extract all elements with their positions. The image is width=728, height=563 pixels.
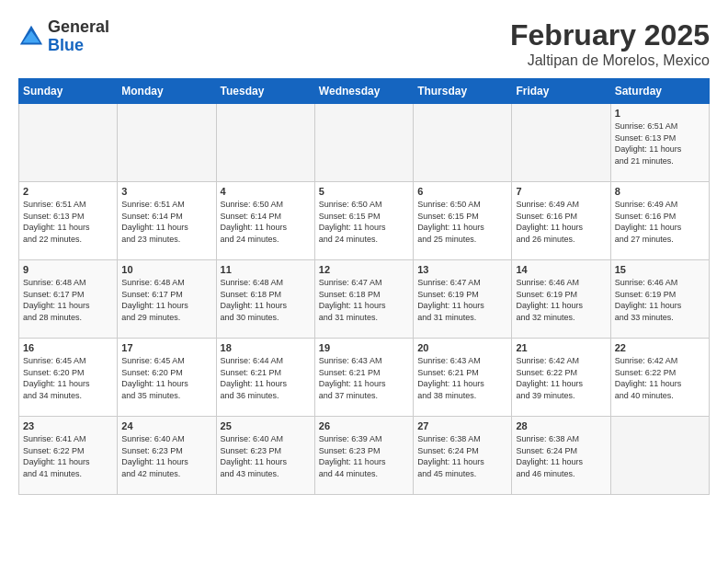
location-subtitle: Jaltipan de Morelos, Mexico [510,52,710,69]
day-number: 13 [417,264,507,275]
table-row: 2Sunrise: 6:51 AM Sunset: 6:13 PM Daylig… [19,182,118,260]
day-info: Sunrise: 6:47 AM Sunset: 6:18 PM Dayligh… [319,277,409,323]
table-row: 18Sunrise: 6:44 AM Sunset: 6:21 PM Dayli… [216,339,314,417]
day-number: 19 [319,342,409,353]
day-number: 11 [221,264,311,275]
logo-icon [18,24,44,50]
page-header: General Blue February 2025 Jaltipan de M… [18,18,710,69]
calendar-table: Sunday Monday Tuesday Wednesday Thursday… [18,78,710,495]
day-info: Sunrise: 6:45 AM Sunset: 6:20 PM Dayligh… [121,355,211,401]
table-row: 9Sunrise: 6:48 AM Sunset: 6:17 PM Daylig… [19,260,118,339]
day-info: Sunrise: 6:44 AM Sunset: 6:21 PM Dayligh… [221,355,311,401]
week-row-3: 16Sunrise: 6:45 AM Sunset: 6:20 PM Dayli… [19,339,710,417]
table-row: 21Sunrise: 6:42 AM Sunset: 6:22 PM Dayli… [512,339,610,417]
day-info: Sunrise: 6:39 AM Sunset: 6:23 PM Dayligh… [319,433,409,479]
day-number: 27 [417,420,507,431]
day-info: Sunrise: 6:48 AM Sunset: 6:17 PM Dayligh… [23,277,113,323]
table-row: 16Sunrise: 6:45 AM Sunset: 6:20 PM Dayli… [19,339,118,417]
table-row: 1Sunrise: 6:51 AM Sunset: 6:13 PM Daylig… [610,104,709,182]
logo: General Blue [18,18,109,55]
day-number: 12 [319,264,409,275]
day-info: Sunrise: 6:45 AM Sunset: 6:20 PM Dayligh… [23,355,113,401]
table-row: 22Sunrise: 6:42 AM Sunset: 6:22 PM Dayli… [610,339,709,417]
day-number: 26 [319,420,409,431]
day-number: 9 [23,264,113,275]
day-number: 28 [516,420,606,431]
day-info: Sunrise: 6:42 AM Sunset: 6:22 PM Dayligh… [516,355,606,401]
week-row-2: 9Sunrise: 6:48 AM Sunset: 6:17 PM Daylig… [19,260,710,339]
table-row: 5Sunrise: 6:50 AM Sunset: 6:15 PM Daylig… [314,182,413,260]
table-row: 11Sunrise: 6:48 AM Sunset: 6:18 PM Dayli… [216,260,314,339]
day-info: Sunrise: 6:38 AM Sunset: 6:24 PM Dayligh… [417,433,507,479]
day-info: Sunrise: 6:49 AM Sunset: 6:16 PM Dayligh… [516,199,606,245]
table-row: 28Sunrise: 6:38 AM Sunset: 6:24 PM Dayli… [512,417,610,495]
day-number: 2 [23,186,113,197]
logo-general: General [48,17,109,36]
week-row-4: 23Sunrise: 6:41 AM Sunset: 6:22 PM Dayli… [19,417,710,495]
calendar-header: Sunday Monday Tuesday Wednesday Thursday… [19,79,710,104]
day-info: Sunrise: 6:40 AM Sunset: 6:23 PM Dayligh… [221,433,311,479]
day-number: 24 [121,420,211,431]
table-row: 15Sunrise: 6:46 AM Sunset: 6:19 PM Dayli… [610,260,709,339]
table-row: 14Sunrise: 6:46 AM Sunset: 6:19 PM Dayli… [512,260,610,339]
week-row-0: 1Sunrise: 6:51 AM Sunset: 6:13 PM Daylig… [19,104,710,182]
day-number: 5 [319,186,409,197]
day-info: Sunrise: 6:51 AM Sunset: 6:13 PM Dayligh… [23,199,113,245]
day-number: 23 [23,420,113,431]
day-number: 17 [121,342,211,353]
day-number: 20 [417,342,507,353]
col-friday: Friday [512,79,610,104]
day-number: 10 [121,264,211,275]
day-number: 22 [615,342,705,353]
table-row: 13Sunrise: 6:47 AM Sunset: 6:19 PM Dayli… [414,260,512,339]
table-row: 17Sunrise: 6:45 AM Sunset: 6:20 PM Dayli… [118,339,216,417]
day-info: Sunrise: 6:42 AM Sunset: 6:22 PM Dayligh… [615,355,705,401]
logo-blue: Blue [48,36,84,54]
header-row: Sunday Monday Tuesday Wednesday Thursday… [19,79,710,104]
table-row: 19Sunrise: 6:43 AM Sunset: 6:21 PM Dayli… [314,339,413,417]
title-block: February 2025 Jaltipan de Morelos, Mexic… [510,18,710,69]
table-row: 12Sunrise: 6:47 AM Sunset: 6:18 PM Dayli… [314,260,413,339]
day-number: 3 [121,186,211,197]
col-thursday: Thursday [414,79,512,104]
col-monday: Monday [118,79,216,104]
day-number: 14 [516,264,606,275]
col-wednesday: Wednesday [314,79,413,104]
day-number: 15 [615,264,705,275]
day-number: 25 [221,420,311,431]
day-number: 21 [516,342,606,353]
calendar-body: 1Sunrise: 6:51 AM Sunset: 6:13 PM Daylig… [19,104,710,495]
col-tuesday: Tuesday [216,79,314,104]
table-row [512,104,610,182]
table-row: 3Sunrise: 6:51 AM Sunset: 6:14 PM Daylig… [118,182,216,260]
table-row: 23Sunrise: 6:41 AM Sunset: 6:22 PM Dayli… [19,417,118,495]
table-row [19,104,118,182]
day-info: Sunrise: 6:50 AM Sunset: 6:15 PM Dayligh… [417,199,507,245]
table-row: 25Sunrise: 6:40 AM Sunset: 6:23 PM Dayli… [216,417,314,495]
day-number: 7 [516,186,606,197]
table-row [414,104,512,182]
day-number: 1 [615,108,705,119]
week-row-1: 2Sunrise: 6:51 AM Sunset: 6:13 PM Daylig… [19,182,710,260]
table-row: 27Sunrise: 6:38 AM Sunset: 6:24 PM Dayli… [414,417,512,495]
day-info: Sunrise: 6:41 AM Sunset: 6:22 PM Dayligh… [23,433,113,479]
day-info: Sunrise: 6:46 AM Sunset: 6:19 PM Dayligh… [516,277,606,323]
table-row: 26Sunrise: 6:39 AM Sunset: 6:23 PM Dayli… [314,417,413,495]
day-info: Sunrise: 6:38 AM Sunset: 6:24 PM Dayligh… [516,433,606,479]
day-number: 6 [417,186,507,197]
day-info: Sunrise: 6:51 AM Sunset: 6:13 PM Dayligh… [615,121,705,167]
month-title: February 2025 [510,18,710,52]
table-row: 7Sunrise: 6:49 AM Sunset: 6:16 PM Daylig… [512,182,610,260]
table-row: 20Sunrise: 6:43 AM Sunset: 6:21 PM Dayli… [414,339,512,417]
day-number: 18 [221,342,311,353]
day-info: Sunrise: 6:49 AM Sunset: 6:16 PM Dayligh… [615,199,705,245]
day-info: Sunrise: 6:50 AM Sunset: 6:14 PM Dayligh… [221,199,311,245]
day-info: Sunrise: 6:50 AM Sunset: 6:15 PM Dayligh… [319,199,409,245]
day-info: Sunrise: 6:51 AM Sunset: 6:14 PM Dayligh… [121,199,211,245]
table-row [118,104,216,182]
col-sunday: Sunday [19,79,118,104]
table-row [610,417,709,495]
table-row: 4Sunrise: 6:50 AM Sunset: 6:14 PM Daylig… [216,182,314,260]
day-info: Sunrise: 6:43 AM Sunset: 6:21 PM Dayligh… [319,355,409,401]
table-row: 24Sunrise: 6:40 AM Sunset: 6:23 PM Dayli… [118,417,216,495]
